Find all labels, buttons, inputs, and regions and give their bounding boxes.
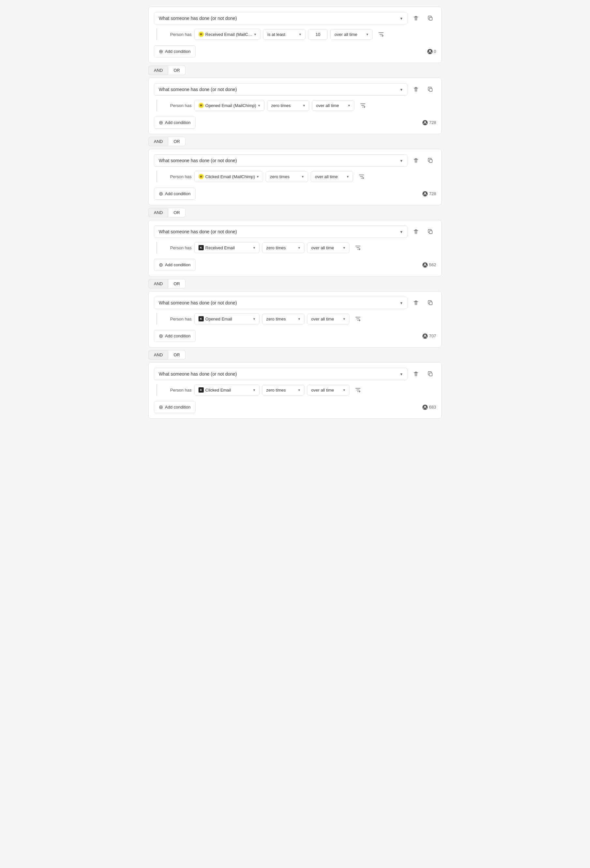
- add-condition-button-5[interactable]: ⊕ Add condition: [154, 330, 196, 342]
- or-button-1[interactable]: OR: [168, 66, 185, 75]
- count-badge-2: 728: [422, 120, 436, 125]
- time-select-3[interactable]: over all time ▾: [310, 171, 353, 182]
- and-or-row-2: AND OR: [148, 137, 442, 146]
- and-or-row-4: AND OR: [148, 279, 442, 288]
- event-chevron-4: ▾: [253, 246, 255, 250]
- add-condition-button-1[interactable]: ⊕ Add condition: [154, 45, 196, 58]
- value-input-1[interactable]: [308, 29, 328, 40]
- or-button-2[interactable]: OR: [168, 137, 185, 146]
- title-chevron-1: ▾: [400, 16, 403, 21]
- count-badge-5: 707: [422, 334, 436, 339]
- time-select-2[interactable]: over all time ▾: [312, 100, 354, 111]
- copy-icon-3: [427, 158, 433, 164]
- time-text-5: over all time: [311, 316, 334, 322]
- delete-icon-2: [413, 87, 419, 92]
- copy-button-3[interactable]: [424, 155, 436, 167]
- event-text-3: Clicked Email (MailChimp): [205, 174, 255, 179]
- person-has-label-3: Person has: [170, 174, 192, 179]
- or-button-3[interactable]: OR: [168, 208, 185, 217]
- delete-icon-4: [413, 229, 419, 235]
- filter-button-5[interactable]: [352, 313, 364, 325]
- delete-button-1[interactable]: [410, 12, 422, 24]
- or-button-4[interactable]: OR: [168, 279, 185, 288]
- title-select-1[interactable]: What someone has done (or not done) ▾: [154, 12, 408, 25]
- copy-button-4[interactable]: [424, 226, 436, 238]
- copy-button-5[interactable]: [424, 297, 436, 309]
- event-select-5[interactable]: K Opened Email ▾: [194, 313, 259, 324]
- delete-button-2[interactable]: [410, 84, 422, 95]
- time-chevron-1: ▾: [366, 32, 368, 37]
- condition-select-4[interactable]: zero times ▾: [262, 242, 305, 253]
- svg-point-15: [424, 263, 426, 265]
- condition-footer-1: ⊕ Add condition 0: [154, 44, 436, 58]
- add-condition-button-2[interactable]: ⊕ Add condition: [154, 117, 196, 128]
- copy-icon-5: [427, 300, 433, 306]
- condition-footer-3: ⊕ Add condition 728: [154, 186, 436, 200]
- count-value-5: 707: [429, 334, 436, 338]
- condition-content-6: Person has K Clicked Email ▾ zero times …: [156, 384, 436, 396]
- title-select-2[interactable]: What someone has done (or not done) ▾: [154, 83, 408, 96]
- title-label-2: What someone has done (or not done): [159, 87, 237, 92]
- event-label-6: K Clicked Email: [199, 387, 231, 393]
- delete-icon-1: [413, 15, 419, 21]
- klaviyo-icon: K: [199, 387, 204, 393]
- and-button-5[interactable]: AND: [148, 350, 168, 360]
- filter-button-2[interactable]: [357, 99, 369, 111]
- copy-button-6[interactable]: [424, 368, 436, 380]
- filter-button-1[interactable]: [375, 28, 387, 40]
- title-select-6[interactable]: What someone has done (or not done) ▾: [154, 368, 408, 380]
- svg-rect-0: [429, 17, 432, 20]
- add-condition-button-6[interactable]: ⊕ Add condition: [154, 401, 196, 413]
- delete-button-4[interactable]: [410, 226, 422, 238]
- event-chevron-2: ▾: [258, 103, 260, 108]
- title-chevron-2: ▾: [400, 87, 403, 92]
- or-button-5[interactable]: OR: [168, 350, 185, 360]
- add-condition-button-4[interactable]: ⊕ Add condition: [154, 259, 196, 271]
- event-select-4[interactable]: K Received Email ▾: [194, 242, 259, 253]
- delete-button-5[interactable]: [410, 297, 422, 309]
- event-select-6[interactable]: K Clicked Email ▾: [194, 384, 259, 396]
- condition-select-6[interactable]: zero times ▾: [262, 385, 305, 396]
- event-select-2[interactable]: M Opened Email (MailChimp) ▾: [194, 100, 264, 111]
- delete-button-6[interactable]: [410, 368, 422, 380]
- time-chevron-4: ▾: [343, 246, 345, 250]
- title-select-5[interactable]: What someone has done (or not done) ▾: [154, 297, 408, 309]
- condition-block-2: What someone has done (or not done) ▾: [148, 78, 442, 134]
- time-select-1[interactable]: over all time ▾: [330, 29, 372, 40]
- condition-content-1: Person has M Received Email (MailC… ▾ is…: [156, 28, 436, 40]
- event-select-1[interactable]: M Received Email (MailC… ▾: [194, 29, 260, 40]
- filter-button-4[interactable]: [352, 242, 364, 254]
- condition-header-2: What someone has done (or not done) ▾: [154, 83, 436, 96]
- condition-text-2: zero times: [271, 103, 291, 108]
- condition-select-3[interactable]: zero times ▾: [266, 171, 308, 182]
- title-select-4[interactable]: What someone has done (or not done) ▾: [154, 226, 408, 238]
- condition-select-5[interactable]: zero times ▾: [262, 314, 305, 324]
- event-select-3[interactable]: M Clicked Email (MailChimp) ▾: [194, 171, 263, 182]
- copy-button-2[interactable]: [424, 84, 436, 95]
- condition-row-3: Person has M Clicked Email (MailChimp) ▾…: [162, 171, 436, 182]
- title-select-3[interactable]: What someone has done (or not done) ▾: [154, 154, 408, 167]
- count-badge-1: 0: [427, 49, 436, 54]
- filter-icon-5: [355, 316, 361, 322]
- and-button-1[interactable]: AND: [148, 66, 168, 75]
- and-button-4[interactable]: AND: [148, 279, 168, 288]
- and-button-3[interactable]: AND: [148, 208, 168, 217]
- delete-button-3[interactable]: [410, 155, 422, 167]
- event-text-4: Received Email: [205, 245, 235, 250]
- filter-button-3[interactable]: [356, 171, 367, 182]
- event-label-1: M Received Email (MailC…: [199, 32, 252, 37]
- time-select-6[interactable]: over all time ▾: [307, 385, 349, 396]
- filter-button-6[interactable]: [352, 384, 364, 396]
- condition-row-6: Person has K Clicked Email ▾ zero times …: [162, 384, 436, 396]
- condition-block-3: What someone has done (or not done) ▾: [148, 149, 442, 205]
- add-condition-button-3[interactable]: ⊕ Add condition: [154, 187, 196, 200]
- and-button-2[interactable]: AND: [148, 137, 168, 146]
- time-select-4[interactable]: over all time ▾: [307, 242, 349, 253]
- condition-select-1[interactable]: is at least ▾: [263, 29, 305, 40]
- page-container: What someone has done (or not done) ▾: [148, 6, 442, 419]
- condition-chevron-1: ▾: [299, 32, 301, 37]
- condition-select-2[interactable]: zero times ▾: [267, 100, 309, 111]
- time-select-5[interactable]: over all time ▾: [307, 314, 349, 324]
- add-condition-label-5: Add condition: [165, 334, 191, 338]
- copy-button-1[interactable]: [424, 12, 436, 24]
